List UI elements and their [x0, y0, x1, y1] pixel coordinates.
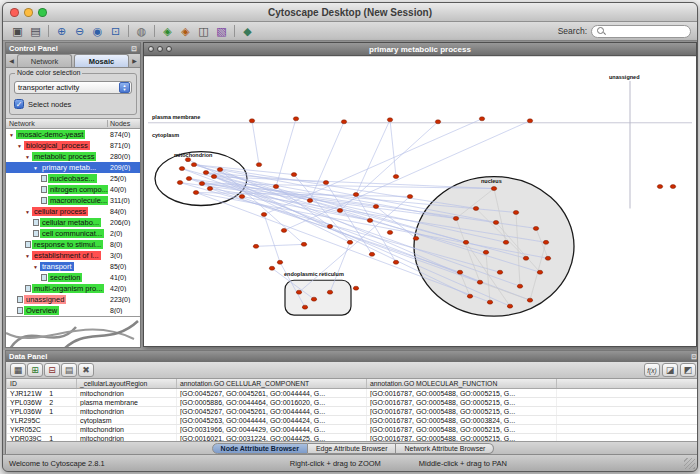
select-nodes-checkbox[interactable]: ✓: [14, 99, 24, 109]
tree-row[interactable]: nitrogen compo...40(0): [6, 184, 140, 195]
network-node[interactable]: [302, 305, 307, 309]
tree-row[interactable]: Overview8(0): [6, 305, 140, 316]
zoom-in-icon[interactable]: ⊕: [53, 24, 70, 39]
network-node[interactable]: [527, 119, 532, 123]
network-node[interactable]: [393, 175, 398, 179]
import-attributes-icon[interactable]: ◪: [662, 363, 678, 377]
network-node[interactable]: [191, 163, 196, 167]
network-node[interactable]: [293, 117, 298, 121]
tab-node-attribute-browser[interactable]: Node Attribute Browser: [212, 443, 308, 454]
console-icon[interactable]: ▣: [9, 24, 26, 39]
table-row[interactable]: YPL036W__2plasma membrane[GO:0005886, GO…: [7, 398, 698, 407]
network-node[interactable]: [269, 266, 274, 270]
minimize-button[interactable]: [24, 8, 33, 17]
network-node[interactable]: [239, 195, 244, 199]
network-node[interactable]: [311, 297, 316, 301]
tab-scroll-right-icon[interactable]: ▶: [130, 57, 139, 64]
graphics-details-icon[interactable]: ◍: [133, 24, 150, 39]
search-input[interactable]: [608, 27, 685, 36]
column-header[interactable]: annotation.GO CELLULAR_COMPONENT: [177, 379, 367, 388]
tree-row[interactable]: ▼metabolic process280(0): [6, 151, 140, 162]
print-icon[interactable]: ▤: [27, 24, 44, 39]
network-node[interactable]: [453, 216, 458, 220]
column-header[interactable]: annotation.GO MOLECULAR_FUNCTION: [367, 379, 557, 388]
network-node[interactable]: [341, 120, 346, 124]
network-node[interactable]: [387, 230, 392, 234]
column-header[interactable]: ID: [7, 379, 77, 388]
network-node[interactable]: [491, 187, 496, 191]
tree-row[interactable]: macromolecule...311(0): [6, 195, 140, 206]
network-node[interactable]: [503, 240, 508, 244]
network-canvas[interactable]: plasma membranecytoplasmmitochondrionnuc…: [144, 57, 696, 346]
plugin-manager-icon[interactable]: ◆: [239, 24, 256, 39]
network-node[interactable]: [327, 290, 332, 294]
network-node[interactable]: [477, 280, 482, 284]
network-node[interactable]: [493, 220, 498, 224]
network-node[interactable]: [517, 284, 522, 288]
column-header[interactable]: _cellularLayoutRegion: [77, 379, 177, 388]
network-node[interactable]: [256, 163, 261, 167]
network-node[interactable]: [211, 175, 216, 179]
tab-scroll-left-icon[interactable]: ◀: [7, 57, 16, 64]
network-node[interactable]: [337, 208, 342, 212]
network-node[interactable]: [291, 173, 296, 177]
network-node[interactable]: [479, 117, 484, 121]
tree-expand-icon[interactable]: ▼: [25, 209, 32, 215]
network-node[interactable]: [483, 250, 488, 254]
zoom-out-icon[interactable]: ⊖: [71, 24, 88, 39]
network-node[interactable]: [367, 218, 372, 222]
tree-row[interactable]: ▼mosaic-demo-yeast874(0): [6, 129, 140, 140]
tree-row[interactable]: ▼primary metab...209(0): [6, 162, 140, 173]
network-node[interactable]: [249, 119, 254, 123]
network-node[interactable]: [253, 244, 258, 248]
tree-row[interactable]: cellular metabo...206(0): [6, 217, 140, 228]
tree-expand-icon[interactable]: ▼: [33, 264, 40, 270]
network-node[interactable]: [670, 185, 675, 189]
tree-row[interactable]: multi-organism pro...42(0): [6, 283, 140, 294]
network-node[interactable]: [413, 236, 418, 240]
network-node[interactable]: [373, 204, 378, 208]
tab-network-attribute-browser[interactable]: Network Attribute Browser: [396, 443, 494, 454]
network-node[interactable]: [533, 226, 538, 230]
tree-row[interactable]: unassigned223(0): [6, 294, 140, 305]
table-row[interactable]: YPL036W__1mitochondrion[GO:0045267, GO:0…: [7, 407, 698, 416]
resize-grip[interactable]: [684, 458, 695, 469]
network-node[interactable]: [323, 181, 328, 185]
color-attribute-dropdown[interactable]: transporter activity ▲▼: [14, 81, 132, 94]
import-network-icon[interactable]: ◈: [177, 24, 194, 39]
inner-maximize-button[interactable]: [166, 46, 172, 52]
titlebar[interactable]: Cytoscape Desktop (New Session): [3, 3, 697, 22]
tree-expand-icon[interactable]: ▼: [33, 165, 40, 171]
tree-row[interactable]: response to stimul...8(0): [6, 239, 140, 250]
close-button[interactable]: [10, 8, 19, 17]
network-node[interactable]: [186, 177, 191, 181]
create-attribute-icon[interactable]: ⊞: [27, 363, 43, 377]
tree-row[interactable]: ▼establishment of l...3(0): [6, 250, 140, 261]
zoom-selected-icon[interactable]: ◉: [89, 24, 106, 39]
clear-attribute-icon[interactable]: ✖: [78, 363, 94, 377]
network-node[interactable]: [261, 212, 266, 216]
tree-row[interactable]: ▼biological_process871(0): [6, 140, 140, 151]
float-panel-icon[interactable]: ⊡: [131, 45, 137, 53]
network-node[interactable]: [353, 193, 358, 197]
tab-mosaic[interactable]: Mosaic: [74, 54, 129, 67]
tab-edge-attribute-browser[interactable]: Edge Attribute Browser: [308, 443, 397, 454]
network-node[interactable]: [487, 300, 492, 304]
formula-builder-icon[interactable]: f(x): [644, 363, 660, 377]
network-node[interactable]: [327, 224, 332, 228]
network-node[interactable]: [537, 270, 542, 274]
tree-row[interactable]: secretion41(0): [6, 272, 140, 283]
maximize-button[interactable]: [38, 8, 47, 17]
network-node[interactable]: [347, 240, 352, 244]
network-node[interactable]: [277, 260, 282, 264]
tree-expand-icon[interactable]: ▼: [25, 253, 32, 259]
tree-row[interactable]: ▼transport85(0): [6, 261, 140, 272]
network-node[interactable]: [393, 260, 398, 264]
create-network-icon[interactable]: ◈: [159, 24, 176, 39]
network-graph[interactable]: plasma membranecytoplasmmitochondrionnuc…: [144, 57, 696, 346]
network-node[interactable]: [273, 185, 278, 189]
network-node[interactable]: [527, 298, 532, 302]
vizmapper-icon[interactable]: ▧: [213, 24, 230, 39]
network-node[interactable]: [193, 191, 198, 195]
network-node[interactable]: [281, 228, 286, 232]
